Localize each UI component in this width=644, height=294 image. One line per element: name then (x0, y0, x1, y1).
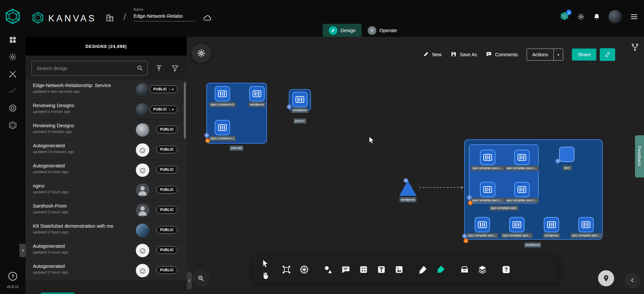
actions-label: Actions (527, 49, 554, 60)
container-node[interactable] (578, 217, 594, 232)
container-node[interactable] (215, 86, 230, 101)
design-list-item[interactable]: Autogeneratedupdated 2 hours ago☺PUBLIC (25, 240, 187, 261)
design-canvas[interactable]: New Save As Comments Actions ▾ Share spe… (187, 37, 644, 294)
kanvas-logo-icon[interactable] (4, 8, 21, 26)
actions-split-button[interactable]: Actions ▾ (527, 49, 564, 61)
design-list-item[interactable]: Edge-Network-Relationship: Serviceupdate… (25, 80, 187, 100)
infrastructure-tool[interactable] (279, 263, 294, 276)
actions-caret-icon[interactable]: ▾ (553, 49, 563, 60)
component-palette-button[interactable] (192, 44, 211, 63)
locate-pin-button[interactable] (598, 270, 614, 286)
pod-template-group[interactable]: spec.template.spec.c...spec.template.spe… (469, 144, 539, 204)
tab-operate[interactable]: Operate (362, 24, 403, 37)
version-merge-icon[interactable] (631, 43, 639, 53)
container-node[interactable] (480, 182, 495, 197)
container-node[interactable] (514, 150, 530, 165)
design-list-item[interactable]: Autogeneratedupdated 10 minutes ago☺PUBL… (25, 140, 187, 160)
tab-design[interactable]: Design (323, 24, 362, 37)
container-node[interactable] (249, 86, 265, 101)
visibility-badge[interactable]: PUBLIC (156, 206, 177, 214)
visibility-badge[interactable]: PUBLIC (156, 166, 177, 173)
designs-scrollbar[interactable] (184, 82, 186, 139)
panel-expand-handle[interactable] (19, 244, 26, 257)
sidebar-item-settings[interactable] (7, 51, 18, 63)
select-tool[interactable] (258, 258, 273, 269)
collapse-panel-button[interactable] (187, 272, 192, 289)
profile-avatar[interactable] (608, 10, 622, 23)
sidebar-item-dashboard[interactable] (7, 34, 18, 46)
node-label: wordpress (543, 233, 560, 238)
pod-node-pod-icc[interactable]: wordpress (289, 89, 311, 111)
help-button[interactable]: ? (8, 272, 17, 281)
drawer-tool[interactable] (457, 263, 472, 276)
image-tool[interactable] (392, 263, 407, 276)
sidebar-item-flows[interactable] (7, 85, 18, 97)
visibility-badge[interactable]: PUBLIC▾ (150, 105, 177, 113)
node-label: spec.template.spec.c... (471, 198, 504, 203)
sidebar-item-cloud-native[interactable] (7, 102, 18, 114)
extensions-hexagon-icon[interactable]: 1 (560, 11, 569, 22)
design-list-item[interactable]: Autogeneratedupdated an hour ago☺PUBLIC (25, 160, 187, 180)
bottom-toolbar: ? (253, 256, 558, 283)
container-node[interactable] (480, 150, 495, 165)
brand[interactable]: KANVAS (32, 11, 97, 25)
organization-building-icon[interactable] (105, 13, 114, 24)
designs-search-row (25, 56, 187, 79)
design-updated: updated 2 minutes ago (33, 130, 128, 134)
help-tool[interactable]: ? (499, 263, 514, 276)
shapes-tool[interactable] (321, 263, 335, 276)
zoom-out-button[interactable] (193, 270, 209, 286)
save-as-button[interactable]: Save As (450, 51, 477, 58)
sticker-tool[interactable] (356, 263, 371, 276)
deployment-node[interactable]: spec.template.spec.c...spec.template.spe… (464, 139, 603, 240)
menu-hamburger-icon[interactable] (630, 13, 639, 20)
design-list-item[interactable]: Reviewing Designsupdated 2 minutes agoPU… (25, 120, 187, 140)
visibility-badge[interactable]: PUBLIC (156, 226, 177, 234)
sidebar-item-kanvas[interactable] (7, 120, 18, 131)
sidebar-item-toolbox[interactable] (7, 68, 18, 80)
container-node[interactable] (544, 217, 559, 232)
text-tool[interactable] (374, 263, 389, 276)
container-node[interactable] (509, 217, 525, 232)
node-label: wordpress (291, 108, 308, 113)
visibility-badge[interactable]: PUBLIC (156, 246, 177, 254)
comment-tool[interactable] (338, 263, 353, 276)
container-node[interactable] (215, 120, 230, 135)
design-list-item[interactable]: Autogeneratedupdated 2 hours ago☺PUBLIC (25, 261, 187, 281)
container-node[interactable] (514, 182, 530, 197)
notifications-bell-icon[interactable] (593, 13, 601, 21)
design-name-input[interactable] (133, 12, 195, 21)
new-button[interactable]: New (423, 51, 442, 58)
layers-tool[interactable] (475, 263, 490, 276)
visibility-badge[interactable]: PUBLIC (156, 146, 177, 153)
design-list-item[interactable]: nginxupdated 2 hours agoPUBLIC (25, 180, 187, 200)
design-list-item[interactable]: K8 Statefulset demonstration with moupda… (25, 220, 187, 240)
import-design-icon[interactable] (154, 64, 164, 73)
visibility-badge[interactable]: PUBLIC (156, 186, 177, 194)
share-button[interactable]: Share (572, 49, 596, 61)
feedback-tab[interactable]: Feedback (635, 135, 644, 177)
container-node[interactable] (292, 92, 308, 107)
node-label: spec.template.spec... (570, 233, 601, 238)
container-node[interactable] (475, 217, 490, 232)
design-list-item[interactable]: Reviewing Designsupdated a minute agoPUB… (25, 100, 187, 120)
pod-node-pod-skd[interactable]: spec.containers.0wordpressspec.container… (206, 83, 267, 144)
pan-tool[interactable] (258, 270, 273, 281)
design-updated: updated 2 hours ago (33, 230, 128, 234)
kubernetes-badge-icon (404, 178, 408, 183)
design-list-item[interactable]: Santhosh-Promupdated 2 hours agoPUBLIC (25, 200, 187, 220)
comments-button[interactable]: Comments (486, 51, 518, 58)
visibility-badge[interactable]: PUBLIC (156, 266, 177, 274)
visibility-badge[interactable]: PUBLIC (156, 126, 177, 133)
settings-gear-icon[interactable] (577, 13, 585, 21)
pen-tool[interactable] (416, 263, 430, 276)
copy-link-button[interactable] (600, 48, 615, 61)
freehand-draw-tool[interactable] (433, 263, 448, 276)
kubernetes-tool[interactable] (297, 263, 312, 276)
filter-funnel-icon[interactable] (170, 64, 180, 73)
visibility-badge[interactable]: PUBLIC▾ (150, 85, 177, 93)
spec-node[interactable] (559, 147, 575, 162)
collapse-right-button[interactable] (625, 273, 640, 288)
search-design-input[interactable] (32, 61, 148, 76)
cloud-sync-icon[interactable] (203, 13, 212, 24)
